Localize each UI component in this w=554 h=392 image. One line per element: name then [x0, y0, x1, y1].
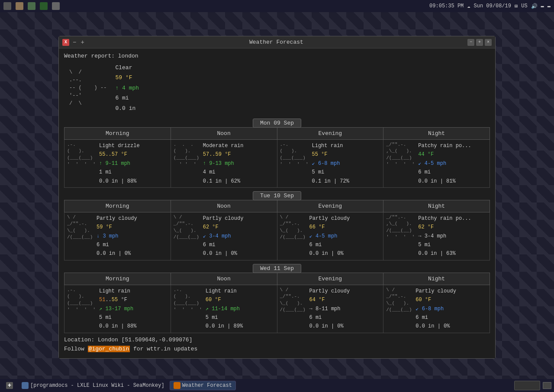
day3-evening-art: \ /_/"".-. \_( )./(___(__)	[280, 287, 306, 314]
weather-forecast-window: X − + Weather Forecast − + × Weather rep…	[58, 36, 496, 359]
tb-icon-1	[3, 2, 11, 10]
day2-noon-cell: \ /_/"".-. \_( )./(___(__) Partly cloudy…	[171, 212, 277, 260]
titlebar-minimize-btn[interactable]: −	[72, 39, 77, 46]
day-2-table: Morning Noon Evening Night \ /_/"".-. \_…	[64, 200, 490, 260]
tb-browser-item[interactable]: [programdocs - LXLE Linux Wiki - SeaMonk…	[18, 381, 168, 390]
day1-morning-art: .-.( ).(___(___)' ' ' '	[67, 141, 96, 168]
current-wind-value: ↑ 4 mph	[115, 85, 139, 91]
weather-item-icon	[174, 382, 180, 389]
current-temp: 59 °F	[115, 73, 139, 83]
tb-icon-folder	[16, 2, 23, 10]
taskbar-bottom: + [programdocs - LXLE Linux Wiki - SeaMo…	[0, 379, 554, 392]
day1-noon-cell: . . .( ).(___(___) ' ' ' Moderate rain 5…	[171, 139, 277, 187]
day2-morning-header: Morning	[64, 200, 171, 212]
day3-morning-cell: .-.( ).(___(___)' ' ' ' Light rain 51..5…	[64, 285, 171, 333]
current-wind: ↑ 4 mph	[115, 83, 139, 93]
current-temp-value: 59 °F	[115, 74, 132, 81]
taskbar-left-icons	[3, 2, 60, 10]
window-titlebar: X − + Weather Forecast − + ×	[59, 36, 495, 48]
day1-morning-header: Morning	[64, 127, 171, 139]
day3-evening-header: Evening	[277, 273, 383, 285]
tb-icon-arrow	[52, 2, 60, 10]
day3-noon-header: Noon	[171, 273, 277, 285]
tb-weather-item[interactable]: Weather Forecast	[170, 381, 236, 390]
window-title: Weather Forecast	[85, 39, 467, 45]
day2-noon-data: Partly cloudy 62 °F ↙ 3-4 mph 6 mi 0.0 i…	[203, 214, 244, 258]
day3-morning-art: .-.( ).(___(___)' ' ' '	[67, 287, 96, 314]
titlebar-left: X − +	[62, 39, 85, 46]
day3-night-header: Night	[383, 273, 490, 285]
current-precip: 0.0 in	[115, 103, 139, 113]
layout-icon: ⊞	[515, 3, 518, 10]
desktop-background: X − + Weather Forecast − + × Weather rep…	[0, 12, 554, 379]
follow-suffix: for wttr.in updates	[130, 346, 197, 352]
window-app-icon: X	[62, 39, 69, 46]
day2-night-cell: _/"".-. ,\_( )./(___(__)' ' ' ' Patchy r…	[383, 212, 490, 260]
day3-evening-cell: \ /_/"".-. \_( )./(___(__) Partly cloudy…	[277, 285, 383, 333]
browser-item-label: [programdocs - LXLE Linux Wiki - SeaMonk…	[30, 382, 164, 389]
day-3-header: Wed 11 Sep	[253, 264, 301, 273]
day1-morning-cell: .-.( ).(___(___)' ' ' ' Light drizzle 55…	[64, 139, 171, 187]
day2-night-header: Night	[383, 200, 490, 212]
plus-icon: +	[6, 382, 13, 389]
forecast-day-3: Wed 11 Sep Morning Noon Evening Night	[64, 264, 490, 333]
forecast-day-1: Mon 09 Sep Morning Noon Evening Night	[64, 119, 490, 188]
day2-morning-data: Partly cloudy 59 °F ↓ 3 mph 6 mi 0.0 in …	[97, 214, 137, 258]
day2-morning-art: \ /_/"".-. \_( )./(___(__)	[67, 214, 93, 241]
battery-icon: ▬	[541, 3, 544, 9]
extra-icon: ▬	[548, 3, 551, 9]
current-weather-info: Clear 59 °F ↑ 4 mph 6 mi 0.0 in	[115, 63, 139, 113]
taskbar-bottom-right	[514, 381, 551, 390]
day2-evening-data: Partly cloudy 66 °F ↙ 4-5 mph 6 mi 0.0 i…	[309, 214, 350, 258]
day3-night-data: Partly cloudy 60 °F ↙ 6-8 mph 6 mi 0.0 i…	[416, 287, 456, 331]
day3-morning-data: Light rain 51..55 °F ↗ 13-17 mph 5 mi 0.…	[99, 287, 136, 331]
day2-evening-header: Evening	[277, 200, 383, 212]
current-condition: Clear	[115, 63, 139, 73]
window-content: Weather report: london \ / .--. -- ( ) -…	[59, 48, 495, 358]
day1-noon-header: Noon	[171, 127, 277, 139]
lang-display: US	[521, 3, 527, 9]
titlebar-controls: − + ×	[467, 39, 492, 46]
date-display: Sun 09/08/19	[474, 3, 511, 9]
day3-noon-art: .-.( ).(___(___)' ' ' '	[174, 287, 202, 314]
weather-item-label: Weather Forecast	[182, 382, 232, 389]
weather-icon-small: ☁	[467, 3, 470, 10]
close-button[interactable]: ×	[485, 39, 492, 46]
day2-night-data: Patchy rain po... 62 °F → 3-4 mph 5 mi 0…	[418, 214, 471, 258]
day1-night-cell: _/"".-. ,\_( )./(___(__)' ' ' ' Patchy r…	[383, 139, 490, 187]
day2-evening-art: \ /_/"".-. \_( )./(___(__)	[280, 214, 306, 241]
minimize-button[interactable]: −	[467, 39, 474, 46]
volume-icon: 🔊	[531, 3, 538, 10]
taskbar-right-info: 09:05:35 PM ☁ Sun 09/08/19 ⊞ US 🔊 ▬ ▬	[429, 3, 551, 10]
day1-noon-art: . . .( ).(___(___) ' ' '	[174, 141, 200, 168]
day3-evening-data: Partly cloudy 64 °F → 8-11 mph 6 mi 0.0 …	[309, 287, 350, 331]
day-1-header: Mon 09 Sep	[253, 119, 301, 128]
tb-plus-button[interactable]: +	[3, 381, 16, 390]
clock-display: 09:05:35 PM	[429, 3, 464, 9]
day-3-table: Morning Noon Evening Night .-.( ).(___(_…	[64, 273, 490, 333]
day-1-table: Morning Noon Evening Night .-.( ).(___(_…	[64, 127, 490, 188]
day3-night-art: \ /_/"".-. \_( )./(___(__)	[386, 287, 412, 314]
day3-morning-header: Morning	[64, 273, 171, 285]
day3-noon-cell: .-.( ).(___(___)' ' ' ' Light rain 60 °F…	[171, 285, 277, 333]
current-weather-art: \ / .--. -- ( ) -- '--' / \	[69, 68, 106, 107]
day1-evening-data: Light rain 55 °F ↙ 6-8 mph 5 mi 0.1 in |…	[312, 141, 349, 186]
day3-noon-data: Light rain 60 °F ↗ 11-14 mph 5 mi 0.0 in…	[206, 287, 243, 331]
day2-noon-art: \ /_/"".-. \_( )./(___(__)	[174, 214, 200, 241]
titlebar-maximize-btn[interactable]: +	[80, 39, 85, 46]
current-visibility: 6 mi	[115, 93, 139, 103]
tb-icon-monitor	[28, 2, 35, 10]
desktop-preview[interactable]	[514, 381, 540, 390]
footer-info: Location: London [51.509648,-0.099076] F…	[64, 333, 490, 354]
day3-night-cell: \ /_/"".-. \_( )./(___(__) Partly cloudy…	[383, 285, 490, 333]
follow-prefix: Follow	[64, 346, 88, 352]
mini-preview[interactable]	[543, 382, 551, 389]
username-link[interactable]: @igor_chubin	[88, 346, 130, 352]
day1-night-header: Night	[383, 127, 490, 139]
day2-morning-cell: \ /_/"".-. \_( )./(___(__) Partly cloudy…	[64, 212, 171, 260]
day1-night-art: _/"".-. ,\_( )./(___(__)' ' ' '	[386, 141, 415, 168]
maximize-button[interactable]: +	[476, 39, 483, 46]
day1-evening-art: .-.( ).(___(___)' ' ' '	[280, 141, 309, 168]
day-2-header: Tue 10 Sep	[253, 191, 301, 200]
location-line: Location: London [51.509648,-0.099076]	[64, 337, 490, 343]
